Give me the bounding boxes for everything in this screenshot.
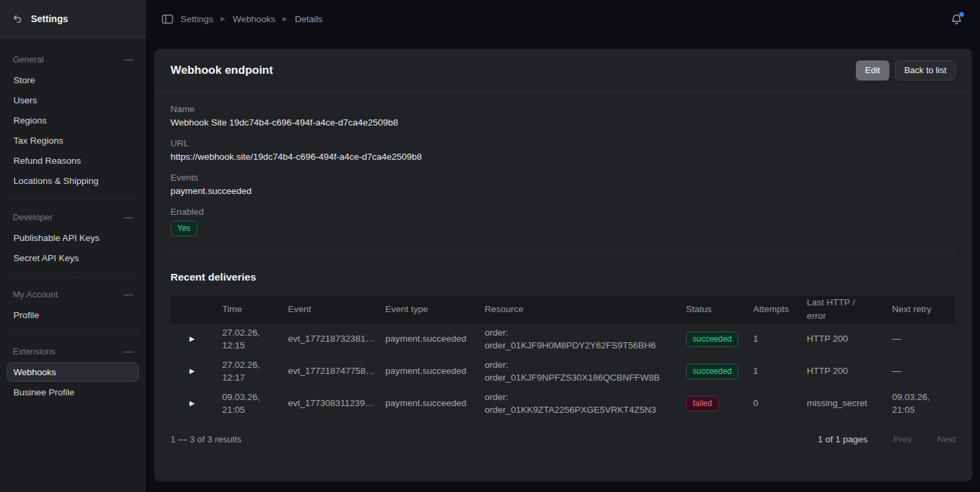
section-label: Developer xyxy=(13,212,52,222)
breadcrumb-separator-icon: ▶ xyxy=(283,16,287,22)
table-row[interactable]: ▶ 09.03.26, 21:05 evt_177308311239… paym… xyxy=(170,388,956,420)
breadcrumb-settings[interactable]: Settings xyxy=(181,14,213,24)
enabled-badge: Yes xyxy=(170,221,197,236)
settings-sidebar: Settings General — Store Users Regions T… xyxy=(0,0,146,492)
sidebar-item-secret-api-keys[interactable]: Secret API Keys xyxy=(7,248,139,268)
header-next-retry: Next retry xyxy=(883,303,956,316)
collapse-icon[interactable]: — xyxy=(124,347,133,356)
recent-deliveries-title: Recent deliveries xyxy=(154,254,972,295)
cell-last-http: HTTP 200 xyxy=(798,364,883,378)
header-resource: Resource xyxy=(476,303,677,316)
collapse-icon[interactable]: — xyxy=(124,290,133,299)
field-events: Events payment.succeeded xyxy=(170,171,956,198)
prev-page-button[interactable]: Prev xyxy=(893,434,912,444)
section-header-general: General — xyxy=(7,52,139,70)
pagination: 1 of 1 pages Prev Next xyxy=(818,434,956,444)
page-title: Webhook endpoint xyxy=(170,64,273,77)
main-area: Settings ▶ Webhooks ▶ Details Webhook en… xyxy=(146,0,980,492)
table-row[interactable]: ▶ 27.02.26, 12:17 evt_177218747758… paym… xyxy=(170,356,956,388)
card-header: Webhook endpoint Edit Back to list xyxy=(154,49,972,93)
header-status: Status xyxy=(677,303,744,316)
section-label: My Account xyxy=(13,289,58,299)
breadcrumb-details: Details xyxy=(295,14,322,24)
header-time: Time xyxy=(213,303,279,316)
page-indicator: 1 of 1 pages xyxy=(818,434,867,444)
breadcrumb-webhooks[interactable]: Webhooks xyxy=(233,14,276,24)
cell-last-http: HTTP 200 xyxy=(798,332,883,346)
sidebar-section-general: General — Store Users Regions Tax Region… xyxy=(7,42,139,199)
sidebar-nav: General — Store Users Regions Tax Region… xyxy=(0,38,146,415)
cell-attempts: 1 xyxy=(744,332,798,346)
sidebar-item-webhooks[interactable]: Webhooks xyxy=(7,362,139,382)
expand-row-icon[interactable]: ▶ xyxy=(189,334,195,344)
cell-last-http: missing_secret xyxy=(798,397,883,410)
notification-dot xyxy=(959,12,964,17)
edit-button[interactable]: Edit xyxy=(856,60,889,81)
field-value: https://webhook.site/19dc74b4-c696-494f-… xyxy=(170,150,956,164)
sidebar-header: Settings xyxy=(0,0,146,38)
endpoint-fields: Name Webhook Site 19dc74b4-c696-494f-a4c… xyxy=(154,93,972,254)
page-content: Webhook endpoint Edit Back to list Name … xyxy=(146,38,980,492)
table-footer: 1 — 3 of 3 results 1 of 1 pages Prev Nex… xyxy=(154,420,972,458)
sidebar-item-regions[interactable]: Regions xyxy=(7,111,139,130)
cell-resource: order: order_01KJF9H0M8PDY2Y62FS9T56BH6 xyxy=(476,326,677,352)
cell-event-type: payment.succeeded xyxy=(377,364,476,378)
expand-row-icon[interactable]: ▶ xyxy=(189,399,195,409)
cell-attempts: 1 xyxy=(744,364,798,378)
cell-time: 27.02.26, 12:17 xyxy=(213,358,279,385)
breadcrumb: Settings ▶ Webhooks ▶ Details xyxy=(162,14,322,24)
cell-time: 27.02.26, 12:15 xyxy=(213,326,279,352)
header-actions: Edit Back to list xyxy=(856,60,956,81)
expand-row-icon[interactable]: ▶ xyxy=(189,366,195,377)
sidebar-item-tax-regions[interactable]: Tax Regions xyxy=(7,131,139,150)
section-header-extensions: Extensions — xyxy=(7,344,139,362)
cell-resource: order: order_01KK9ZTA2256PXGE5VRKT4Z5N3 xyxy=(476,391,677,417)
back-to-list-button[interactable]: Back to list xyxy=(895,60,956,81)
field-value: payment.succeeded xyxy=(170,185,956,198)
sidebar-item-refund-reasons[interactable]: Refund Reasons xyxy=(7,151,139,170)
sidebar-toggle-icon[interactable] xyxy=(162,14,173,24)
header-event: Event xyxy=(279,303,377,316)
webhook-endpoint-card: Webhook endpoint Edit Back to list Name … xyxy=(154,49,972,481)
sidebar-item-publishable-api-keys[interactable]: Publishable API Keys xyxy=(7,228,139,248)
notifications-bell-icon[interactable] xyxy=(950,13,963,26)
sidebar-item-businee-profile[interactable]: Businee Profile xyxy=(7,383,139,402)
cell-event-type: payment.succeeded xyxy=(377,332,476,346)
breadcrumb-separator-icon: ▶ xyxy=(221,16,226,22)
cell-event-type: payment.succeeded xyxy=(377,397,476,410)
collapse-icon[interactable]: — xyxy=(124,55,133,64)
next-page-button[interactable]: Next xyxy=(937,434,956,444)
sidebar-section-extensions: Extensions — Webhooks Businee Profile xyxy=(7,334,139,411)
header-event-type: Event type xyxy=(377,303,476,316)
sidebar-item-users[interactable]: Users xyxy=(7,91,139,110)
table-header-row: Time Event Event type Resource Status At… xyxy=(170,295,956,324)
header-attempts: Attempts xyxy=(744,303,798,316)
sidebar-item-store[interactable]: Store xyxy=(7,70,139,90)
field-label: URL xyxy=(170,137,956,150)
field-label: Enabled xyxy=(170,205,956,219)
results-count: 1 — 3 of 3 results xyxy=(170,434,242,444)
field-name: Name Webhook Site 19dc74b4-c696-494f-a4c… xyxy=(170,103,956,130)
topbar: Settings ▶ Webhooks ▶ Details xyxy=(146,0,980,38)
back-arrow-icon[interactable] xyxy=(12,13,23,24)
sidebar-section-developer: Developer — Publishable API Keys Secret … xyxy=(7,199,139,277)
sidebar-item-profile[interactable]: Profile xyxy=(7,305,139,325)
status-badge: failed xyxy=(686,396,719,411)
field-enabled: Enabled Yes xyxy=(170,205,956,236)
table-row[interactable]: ▶ 27.02.26, 12:15 evt_177218732381… paym… xyxy=(170,324,956,356)
status-badge: succeeded xyxy=(686,364,738,379)
field-label: Name xyxy=(170,103,956,116)
cell-attempts: 0 xyxy=(744,397,798,410)
collapse-icon[interactable]: — xyxy=(124,213,133,222)
field-label: Events xyxy=(170,171,956,185)
field-value: Webhook Site 19dc74b4-c696-494f-a4ce-d7c… xyxy=(170,116,956,130)
cell-next-retry: — xyxy=(883,364,956,378)
sidebar-title: Settings xyxy=(31,13,68,24)
sidebar-section-my-account: My Account — Profile xyxy=(7,277,139,334)
section-label: General xyxy=(13,54,44,64)
section-header-my-account: My Account — xyxy=(7,287,139,305)
deliveries-table: Time Event Event type Resource Status At… xyxy=(170,295,956,420)
cell-next-retry: 09.03.26, 21:05 xyxy=(883,391,956,417)
sidebar-item-locations-shipping[interactable]: Locations & Shipping xyxy=(7,171,139,191)
cell-next-retry: — xyxy=(883,332,956,346)
